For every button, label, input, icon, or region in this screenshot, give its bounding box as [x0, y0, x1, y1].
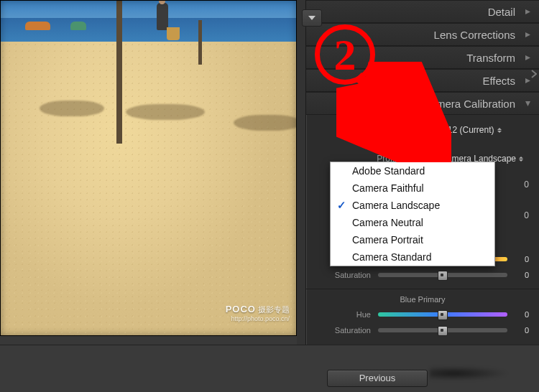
saturation-value: 0: [515, 271, 529, 279]
profile-dropdown[interactable]: Adobe StandardCamera FaithfulCamera Land…: [330, 162, 495, 266]
chevron-down-icon: [308, 16, 315, 20]
panel-camera-calibration[interactable]: Camera Calibration: [306, 92, 539, 115]
blue-sat-value: 0: [515, 326, 529, 335]
disclosure-icon: [524, 31, 532, 39]
saturation-slider-row[interactable]: Saturation 0: [316, 267, 529, 283]
blue-hue-slider-row[interactable]: Hue 0: [316, 307, 529, 322]
filmstrip-toggle-button[interactable]: [302, 9, 322, 27]
process-value[interactable]: 2012 (Current): [412, 125, 529, 135]
stepper-icon: [519, 157, 525, 162]
saturation-slider-track[interactable]: [378, 273, 507, 277]
blue-sat-slider-track[interactable]: [378, 328, 507, 332]
previous-button[interactable]: Previous: [327, 370, 428, 387]
profile-option[interactable]: Camera Faithful: [331, 179, 494, 197]
blue-primary-title: Blue Primary: [316, 295, 529, 304]
photo: POCO 摄影专题 http://photo.poco.cn/: [0, 0, 297, 336]
blue-hue-slider-track[interactable]: [378, 312, 507, 317]
slider-thumb[interactable]: [438, 271, 448, 281]
hidden-slider-value: 0: [524, 179, 529, 190]
slider-thumb[interactable]: [438, 310, 448, 320]
blue-sat-label: Saturation: [316, 326, 371, 335]
watermark: POCO 摄影专题 http://photo.poco.cn/: [226, 305, 290, 323]
process-label: Process :: [316, 125, 412, 135]
panel-detail-title: Detail: [488, 6, 515, 18]
disclosure-icon: [524, 8, 532, 16]
watermark-url: http://photo.poco.cn/: [231, 315, 290, 322]
saturation-label: Saturation: [316, 271, 371, 279]
hue-value: 0: [515, 255, 529, 263]
stepper-icon: [497, 128, 503, 133]
hidden-slider-value: 0: [524, 210, 529, 220]
panel-detail[interactable]: Detail: [306, 0, 539, 23]
watermark-tag: 摄影专题: [258, 305, 290, 314]
panel-lens-title: Lens Corrections: [434, 29, 515, 41]
profile-option[interactable]: Camera Portrait: [331, 231, 494, 248]
profile-option[interactable]: Camera Standard: [331, 248, 494, 266]
right-panel-flyout-handle[interactable]: [529, 63, 539, 85]
annotation-step-2: 2: [315, 24, 375, 85]
watermark-brand: POCO: [226, 304, 256, 314]
disclosure-icon: [524, 54, 532, 62]
blue-hue-label: Hue: [316, 310, 371, 319]
panel-calibration-title: Camera Calibration: [423, 98, 515, 110]
panel-transform-title: Transform: [466, 52, 515, 64]
profile-option[interactable]: Adobe Standard: [331, 162, 494, 179]
blue-saturation-slider-row[interactable]: Saturation 0: [316, 322, 529, 338]
disclosure-down-icon: [524, 100, 532, 108]
profile-option[interactable]: Camera Neutral: [331, 214, 494, 231]
profile-option[interactable]: Camera Landscape: [331, 197, 494, 214]
image-preview: POCO 摄影专题 http://photo.poco.cn/: [0, 0, 297, 345]
slider-thumb[interactable]: [438, 326, 448, 336]
decorative-smudge: [430, 366, 509, 381]
blue-hue-value: 0: [515, 310, 529, 319]
process-row[interactable]: Process : 2012 (Current): [316, 121, 529, 139]
panel-effects-title: Effects: [482, 75, 515, 87]
chevron-right-icon: [531, 70, 537, 78]
